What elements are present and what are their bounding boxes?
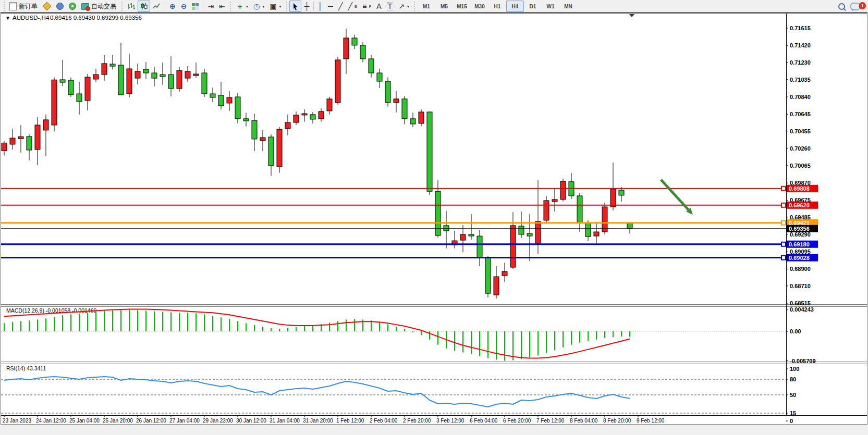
price-line-label: 0.69808 <box>789 185 810 192</box>
line-anchor-marker[interactable] <box>781 242 786 246</box>
price-axis-label: 0.69290 <box>790 231 811 238</box>
time-axis-label: 31 Jan 04:00 <box>270 418 300 424</box>
price-axis-label: 0.71615 <box>790 25 811 31</box>
candle-down <box>519 226 524 234</box>
candle-up <box>560 181 566 200</box>
candle-down <box>385 81 390 103</box>
time-axis-label: 8 Feb 04:00 <box>570 418 598 424</box>
line-anchor-marker[interactable] <box>781 203 786 207</box>
candle-up <box>610 189 616 207</box>
candle-down <box>152 73 157 78</box>
time-axis-label: 6 Feb 20:00 <box>503 418 531 424</box>
price-axis-label: 0.70065 <box>790 163 811 169</box>
candle-up <box>510 226 516 267</box>
price-axis-label: 0.68710 <box>790 283 811 289</box>
candle-down <box>210 94 215 97</box>
price-axis-label: 0.68515 <box>790 300 811 306</box>
price-axis-label: 0.69870 <box>790 180 811 186</box>
candle-down <box>202 73 207 94</box>
candle-up <box>344 38 349 59</box>
macd-axis-label: -0.005709 <box>790 358 816 364</box>
candle-up <box>327 99 332 111</box>
candle-down <box>377 73 382 81</box>
candle-down <box>352 38 357 45</box>
time-axis-label: 9 Feb 12:00 <box>637 418 665 424</box>
candle-up <box>535 221 541 243</box>
candle-up <box>602 207 607 232</box>
candle-down <box>360 45 365 59</box>
candle-up <box>294 115 299 122</box>
chart-title-symbol: AUDUSD-,H4 <box>13 15 50 21</box>
candle-down <box>77 94 82 102</box>
time-axis-label: 25 Jan 04:00 <box>69 418 100 424</box>
candle-down <box>369 59 374 73</box>
candle-up <box>52 80 57 125</box>
candle-up <box>43 120 48 130</box>
candle-up <box>102 64 107 74</box>
candle-down <box>110 64 115 66</box>
candle-down <box>627 223 632 229</box>
candle-down <box>160 74 165 77</box>
time-axis-label: 2 Feb 04:00 <box>370 418 398 424</box>
candle-down <box>402 99 407 119</box>
candle-down <box>168 74 174 89</box>
candle-down <box>243 119 249 121</box>
candle-down <box>577 196 582 223</box>
line-anchor-marker[interactable] <box>781 187 786 191</box>
candle-down <box>444 226 449 231</box>
candle-up <box>35 125 40 150</box>
candle-down <box>252 120 257 139</box>
candle-up <box>594 232 599 236</box>
macd-label: MACD(12,26,9) -0.001058 -0.001469 <box>6 307 97 314</box>
time-axis-label: 7 Feb 12:00 <box>536 418 565 424</box>
candle-up <box>85 77 90 101</box>
price-axis-label: 0.70260 <box>790 145 811 152</box>
price-axis-label: 0.71420 <box>790 42 811 48</box>
candle-down <box>143 69 149 73</box>
candle-up <box>127 69 132 94</box>
candle-down <box>619 190 624 195</box>
candle-up <box>93 74 99 79</box>
macd-axis-label: 0.004243 <box>790 306 814 313</box>
candle-down <box>218 95 224 106</box>
candle-down <box>235 97 240 119</box>
chart-collapse-icon[interactable]: ▼ <box>5 15 10 21</box>
candle-up <box>227 97 232 103</box>
candle-down <box>485 258 491 293</box>
price-axis-label: 0.69485 <box>790 214 811 220</box>
candle-down <box>427 112 432 191</box>
candle-up <box>502 271 507 276</box>
app-window: 新订单 自动交易 ⊕ ⊖ ⇥ ⇤ ＋▾ <box>0 0 868 435</box>
candle-down <box>27 136 32 150</box>
candle-down <box>310 115 315 119</box>
line-anchor-marker[interactable] <box>781 256 786 260</box>
time-axis-label: 6 Feb 04:00 <box>470 418 498 424</box>
macd-axis-label: 0.00 <box>790 328 801 334</box>
candle-up <box>285 122 290 129</box>
candle-up <box>302 114 307 115</box>
rsi-label: RSI(14) 43.3411 <box>6 365 46 371</box>
candle-up <box>335 60 340 103</box>
time-axis-label: 29 Jan 23:00 <box>203 418 233 424</box>
candle-up <box>10 138 15 144</box>
rsi-axis-label: 80 <box>790 376 796 382</box>
candle-down <box>585 223 591 237</box>
candle-up <box>419 112 424 123</box>
candle-up <box>277 129 282 167</box>
time-axis-label: 1 Feb 12:00 <box>336 418 364 424</box>
candle-up <box>544 201 549 220</box>
candle-up <box>460 234 466 240</box>
line-anchor-marker[interactable] <box>781 221 786 225</box>
candle-up <box>177 70 182 89</box>
rsi-axis-label: 0 <box>790 418 793 424</box>
candle-up <box>319 111 324 119</box>
candle-down <box>435 191 441 235</box>
time-axis-label: 3 Feb 12:00 <box>436 418 464 424</box>
time-axis-label: 30 Jan 12:00 <box>236 418 266 424</box>
candle-down <box>268 137 274 166</box>
rsi-axis-label: 50 <box>790 392 796 398</box>
candle-up <box>494 277 499 295</box>
candle-down <box>68 80 74 95</box>
candle-up <box>193 74 199 76</box>
chart-canvas[interactable]: ▼ AUDUSD-,H4 0.69416 0.69430 0.69299 0.6… <box>0 0 868 435</box>
